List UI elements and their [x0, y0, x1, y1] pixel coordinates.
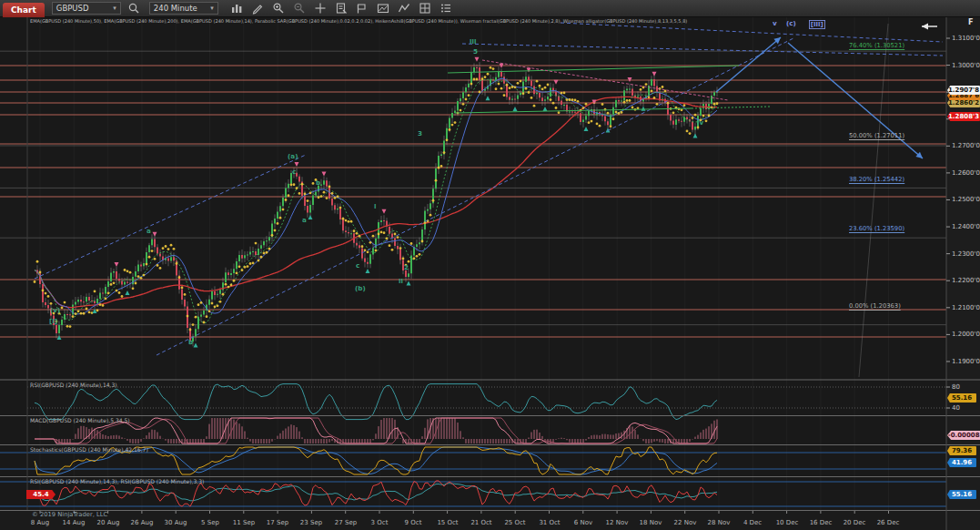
zoom-in-icon[interactable]	[271, 2, 287, 15]
instrument-value: GBPUSD	[56, 4, 89, 13]
grid-icon[interactable]	[418, 2, 433, 15]
alerts-icon[interactable]	[355, 2, 370, 15]
price-axis[interactable]	[946, 17, 980, 510]
properties-icon[interactable]	[439, 2, 454, 15]
date-axis[interactable]	[0, 511, 946, 530]
indicators-icon[interactable]	[397, 2, 412, 15]
drawing-tools-icon[interactable]	[250, 2, 266, 15]
chevron-down-icon: ▾	[210, 5, 214, 12]
instrument-select[interactable]: GBPUSD▾	[52, 2, 121, 15]
interval-select[interactable]: 240 Minute▾	[149, 2, 218, 15]
search-icon[interactable]	[126, 2, 142, 15]
chart-style-icon[interactable]	[229, 2, 245, 15]
chart-window: EMA(GBPUSD (240 Minute),50), EMA(GBPUSD …	[0, 0, 980, 530]
chart-canvas[interactable]	[0, 0, 980, 530]
zoom-out-icon[interactable]	[292, 2, 308, 15]
data-box-icon[interactable]	[334, 2, 349, 15]
chart-tab[interactable]: Chart	[3, 3, 45, 17]
interval-value: 240 Minute	[154, 4, 197, 13]
chevron-down-icon: ▾	[113, 5, 116, 12]
snapshot-icon[interactable]	[376, 2, 391, 15]
toolbar: Chart GBPUSD▾ 240 Minute▾	[0, 0, 980, 17]
crosshair-icon[interactable]	[313, 2, 328, 15]
